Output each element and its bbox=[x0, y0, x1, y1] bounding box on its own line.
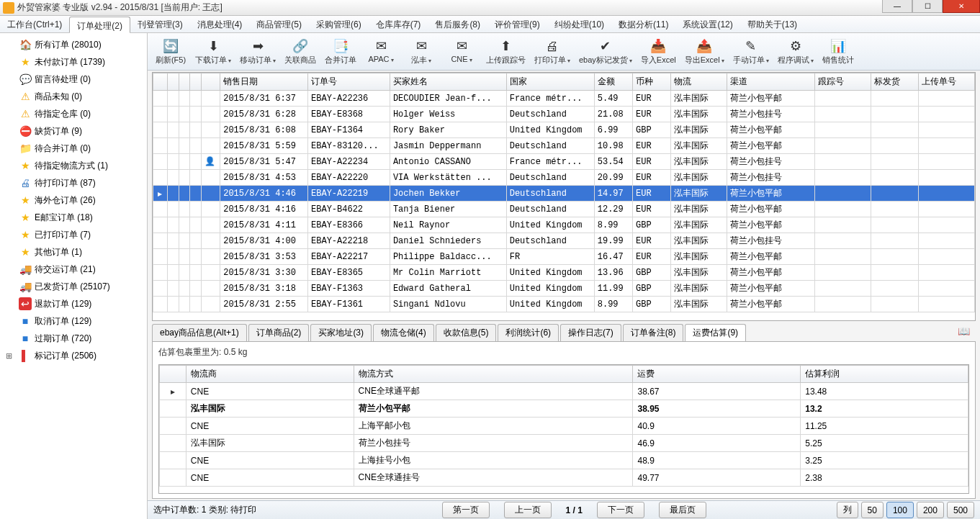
toolbar-button[interactable]: 🔗关联商品 bbox=[280, 35, 320, 68]
menu-item[interactable]: 系统设置(12) bbox=[675, 16, 740, 32]
toolbar-button[interactable]: 🔄刷新(F5) bbox=[150, 35, 191, 68]
freight-header[interactable]: 估算利润 bbox=[801, 366, 968, 383]
toolbar-button[interactable]: 📑合并订单 bbox=[320, 35, 361, 68]
detail-tab[interactable]: 运费估算(9) bbox=[685, 324, 746, 341]
grid-header[interactable]: 币种 bbox=[633, 73, 671, 91]
grid-header[interactable] bbox=[153, 73, 168, 91]
expand-icon[interactable]: ⊞ bbox=[4, 351, 13, 361]
toolbar-button[interactable]: ✉APAC▾ bbox=[361, 35, 401, 68]
order-row[interactable]: 👤2015/8/31 5:47EBAY-A22234Antonio CASSAN… bbox=[153, 154, 975, 170]
tree-item[interactable]: 🚚待交运订单 (21) bbox=[0, 261, 147, 278]
tree-item[interactable]: 🏠所有订单 (28010) bbox=[0, 36, 147, 53]
detail-tab[interactable]: 操作日志(7) bbox=[560, 324, 621, 341]
grid-header[interactable] bbox=[179, 73, 190, 91]
tree-item[interactable]: ■取消订单 (129) bbox=[0, 312, 147, 330]
toolbar-button[interactable]: ✎手动订单▾ bbox=[729, 35, 773, 68]
freight-header[interactable]: 物流商 bbox=[186, 366, 354, 383]
order-row[interactable]: 2015/8/31 4:11EBAY-E8366Neil RaynorUnite… bbox=[153, 217, 975, 233]
toolbar-button[interactable]: ✔ebay标记发货▾ bbox=[575, 35, 637, 68]
order-row[interactable]: 2015/8/31 3:30EBAY-E8365Mr Colin Marriot… bbox=[153, 265, 975, 281]
maximize-button[interactable]: ☐ bbox=[912, 0, 943, 13]
toolbar-button[interactable]: ⬆上传跟踪号 bbox=[482, 35, 530, 68]
menu-item[interactable]: 采购管理(6) bbox=[309, 16, 369, 32]
menu-item[interactable]: 仓库库存(7) bbox=[369, 16, 428, 32]
grid-header[interactable]: 国家 bbox=[506, 73, 594, 91]
freight-row[interactable]: ▸CNECNE全球通平邮38.6713.48 bbox=[160, 383, 968, 400]
order-row[interactable]: 2015/8/31 6:28EBAY-E8368Holger WeissDeut… bbox=[153, 107, 975, 122]
tree-item[interactable]: ★未付款订单 (1739) bbox=[0, 53, 147, 71]
toolbar-button[interactable]: 📊销售统计 bbox=[818, 35, 858, 68]
toolbar-button[interactable]: ⬇下载订单▾ bbox=[191, 35, 235, 68]
order-row[interactable]: ▸2015/8/31 4:46EBAY-A22219Jochen BekkerD… bbox=[153, 186, 975, 202]
toolbar-button[interactable]: ⚙程序调试▾ bbox=[773, 35, 818, 68]
freight-row[interactable]: CNE上海平邮小包40.911.25 bbox=[160, 418, 968, 435]
detail-tab[interactable]: 订单备注(8) bbox=[623, 324, 684, 341]
toolbar-button[interactable]: 📤导出Excel▾ bbox=[680, 35, 729, 68]
detail-tab[interactable]: 物流仓储(4) bbox=[373, 324, 434, 341]
order-row[interactable]: 2015/8/31 4:00EBAY-A22218Daniel Schniede… bbox=[153, 233, 975, 249]
freight-header[interactable] bbox=[160, 366, 186, 383]
order-row[interactable]: 2015/8/31 6:08EBAY-F1364Rory BakerUnited… bbox=[153, 122, 975, 138]
help-icon[interactable]: 📖 bbox=[958, 325, 970, 337]
order-row[interactable]: 2015/8/31 4:53EBAY-A22220VIA Werkstätten… bbox=[153, 170, 975, 186]
tree-item[interactable]: ⚠待指定仓库 (0) bbox=[0, 105, 147, 122]
tree-item[interactable]: ★已打印订单 (7) bbox=[0, 226, 147, 243]
freight-row[interactable]: CNE上海挂号小包48.93.25 bbox=[160, 452, 968, 469]
menu-item[interactable]: 商品管理(5) bbox=[249, 16, 309, 32]
freight-row[interactable]: 泓丰国际荷兰小包平邮38.9513.2 bbox=[160, 400, 968, 418]
menu-item[interactable]: 订单处理(2) bbox=[69, 17, 130, 33]
grid-header[interactable]: 物流 bbox=[671, 73, 727, 91]
toolbar-button[interactable]: 🖨打印订单▾ bbox=[530, 35, 575, 68]
grid-header[interactable]: 渠道 bbox=[727, 73, 814, 91]
grid-header[interactable]: 标发货 bbox=[871, 73, 919, 91]
tree-item[interactable]: ★其他订单 (1) bbox=[0, 243, 147, 261]
tree-item[interactable]: 🚚已发货订单 (25107) bbox=[0, 278, 147, 295]
toolbar-button[interactable]: ✉泓丰▾ bbox=[401, 35, 441, 68]
grid-header[interactable]: 金额 bbox=[594, 73, 632, 91]
columns-button[interactable]: 列 bbox=[837, 502, 858, 518]
close-button[interactable]: ✕ bbox=[943, 0, 980, 13]
tree-item[interactable]: 📁待合并订单 (0) bbox=[0, 140, 147, 157]
menu-item[interactable]: 售后服务(8) bbox=[428, 16, 487, 32]
tree-item[interactable]: ★待指定物流方式 (1) bbox=[0, 157, 147, 174]
freight-header[interactable]: 物流方式 bbox=[354, 366, 633, 383]
grid-header[interactable]: 订单号 bbox=[308, 73, 390, 91]
toolbar-button[interactable]: ✉CNE▾ bbox=[441, 35, 482, 68]
menu-item[interactable]: 评价管理(9) bbox=[487, 16, 547, 32]
grid-header[interactable]: 销售日期 bbox=[220, 73, 308, 91]
prev-page-button[interactable]: 上一页 bbox=[504, 502, 552, 518]
freight-row[interactable]: 泓丰国际荷兰小包挂号46.95.25 bbox=[160, 435, 968, 452]
toolbar-button[interactable]: ➡移动订单▾ bbox=[235, 35, 280, 68]
tree-item[interactable]: 💬留言待处理 (0) bbox=[0, 71, 147, 88]
order-row[interactable]: 2015/8/31 3:18EBAY-F1363Edward GatheralU… bbox=[153, 281, 975, 297]
orders-grid-wrap[interactable]: 销售日期订单号买家姓名国家金额币种物流渠道跟踪号标发货上传单号2015/8/31… bbox=[152, 72, 976, 321]
menu-item[interactable]: 数据分析(11) bbox=[611, 16, 675, 32]
grid-header[interactable]: 上传单号 bbox=[919, 73, 975, 91]
page-size-button[interactable]: 50 bbox=[861, 502, 884, 518]
menu-item[interactable]: 纠纷处理(10) bbox=[547, 16, 611, 32]
grid-header[interactable] bbox=[201, 73, 220, 91]
grid-header[interactable] bbox=[190, 73, 202, 91]
menu-item[interactable]: 帮助关于(13) bbox=[740, 16, 804, 32]
freight-row[interactable]: CNECNE全球通挂号49.772.38 bbox=[160, 469, 968, 487]
page-size-button[interactable]: 100 bbox=[886, 502, 914, 518]
detail-tab[interactable]: 收款信息(5) bbox=[436, 324, 497, 341]
last-page-button[interactable]: 最后页 bbox=[659, 502, 706, 518]
grid-header[interactable] bbox=[167, 73, 179, 91]
menu-item[interactable]: 工作台(Ctrl+1) bbox=[0, 16, 69, 32]
tree-item[interactable]: ★E邮宝订单 (18) bbox=[0, 209, 147, 226]
grid-header[interactable]: 买家姓名 bbox=[390, 73, 506, 91]
detail-tab[interactable]: 订单商品(2) bbox=[248, 324, 310, 341]
menu-item[interactable]: 消息处理(4) bbox=[190, 16, 250, 32]
order-row[interactable]: 2015/8/31 5:59EBAY-83120...Jasmin Depper… bbox=[153, 138, 975, 154]
tree-item[interactable]: ■过期订单 (720) bbox=[0, 330, 147, 347]
freight-header[interactable]: 运费 bbox=[633, 366, 801, 383]
grid-header[interactable]: 跟踪号 bbox=[814, 73, 871, 91]
order-tree[interactable]: 🏠所有订单 (28010)★未付款订单 (1739)💬留言待处理 (0)⚠商品未… bbox=[0, 33, 148, 519]
first-page-button[interactable]: 第一页 bbox=[442, 502, 490, 518]
tree-item[interactable]: ⚠商品未知 (0) bbox=[0, 88, 147, 105]
toolbar-button[interactable]: 📥导入Excel bbox=[637, 35, 680, 68]
tree-item[interactable]: ⊞▌标记订单 (2506) bbox=[0, 347, 147, 364]
tree-item[interactable]: ↩退款订单 (129) bbox=[0, 295, 147, 312]
detail-tab[interactable]: 买家地址(3) bbox=[310, 324, 372, 341]
